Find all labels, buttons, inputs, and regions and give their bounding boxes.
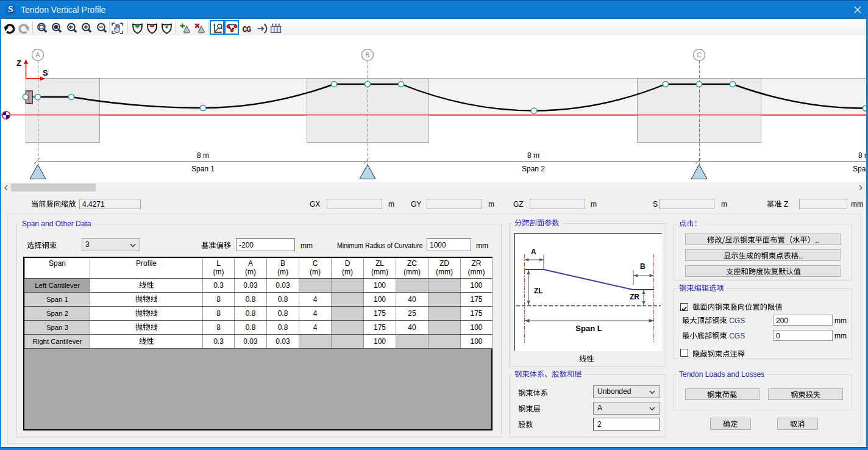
svg-text:A: A	[531, 248, 536, 256]
svg-text:Span 2: Span 2	[522, 165, 545, 173]
svg-text:S: S	[43, 68, 48, 77]
svg-text:B: B	[365, 51, 369, 59]
svg-text:Z: Z	[16, 59, 21, 68]
svg-text:ZR: ZR	[630, 293, 639, 301]
svg-text:8 m: 8 m	[197, 151, 209, 160]
svg-text:A: A	[35, 51, 40, 59]
svg-text:B: B	[640, 262, 646, 271]
svg-text:Span 1: Span 1	[191, 165, 215, 173]
svg-text:Span L: Span L	[575, 324, 602, 333]
svg-text:C: C	[697, 51, 702, 59]
svg-text:8 m: 8 m	[527, 151, 539, 160]
svg-text:ZL: ZL	[534, 287, 543, 295]
